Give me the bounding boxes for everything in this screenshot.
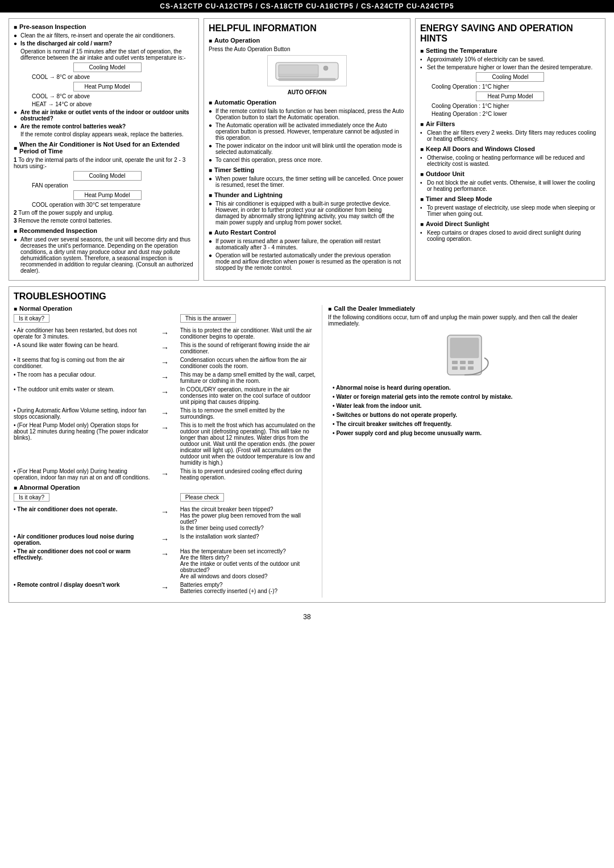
svg-rect-9 — [460, 361, 466, 364]
auto-op-title2: Automatic Operation — [209, 99, 405, 106]
arrow-icon: → — [150, 533, 180, 544]
temp-setting-section: Setting the Temperature ▪Approximately 1… — [420, 47, 600, 117]
normal-op-section: Normal Operation Is it okay? This is the… — [14, 305, 316, 481]
abnormal-op-section: Abnormal Operation Is it okay? Please ch… — [14, 484, 316, 594]
svg-rect-8 — [452, 361, 458, 364]
arrow-icon: → — [150, 506, 180, 516]
arrow-icon: → — [150, 422, 180, 432]
energy-hp-box: Heat Pump Model — [476, 91, 544, 101]
arrow-icon: → — [150, 548, 180, 558]
when-ac-not-used-section: When the Air Conditioner is Not Used for… — [14, 141, 194, 224]
table-row: • The air conditioner does not cool or w… — [14, 548, 316, 579]
arrow-icon: → — [150, 407, 180, 418]
left-panel: Pre-season Inspection ● Clean the air fi… — [9, 18, 199, 281]
list-item: • Water or foreign material gets into th… — [328, 394, 600, 400]
pre-season-title: Pre-season Inspection — [14, 23, 194, 30]
trouble-q: • It seems that fog is coming out from t… — [14, 357, 150, 369]
normal-op-title: Normal Operation — [14, 305, 316, 312]
table-row: • Air conditioner produces loud noise du… — [14, 533, 316, 546]
trouble-q: • The air conditioner does not cool or w… — [14, 548, 150, 561]
table-row: • A sound like water flowing can be hear… — [14, 342, 316, 354]
trouble-a: Batteries empty?Batteries correctly inse… — [180, 582, 316, 594]
trouble-q: • (For Heat Pump Model only) During heat… — [14, 468, 150, 481]
table-row: • During Automatic Airflow Volume settin… — [14, 407, 316, 420]
s1-bullet2-title: ● Is the discharged air cold / warm? — [14, 40, 194, 47]
outdoor-unit-section: Outdoor Unit ▪Do not block the air outle… — [420, 170, 600, 192]
trouble-q: • During Automatic Airflow Volume settin… — [14, 407, 150, 420]
trouble-q: • A sound like water flowing can be hear… — [14, 342, 150, 348]
cooling-model-box1: Cooling Model — [73, 62, 142, 72]
thunder-section: Thunder and Lightning ●This air conditio… — [209, 191, 405, 226]
call-dealer-section: Call the Dealer Immediately If the follo… — [322, 305, 600, 598]
auto-op-title: Auto Operation — [209, 37, 405, 44]
heat-pump-model-box1: Heat Pump Model — [73, 82, 142, 91]
outdoor-title: Outdoor Unit — [420, 170, 600, 177]
table-row: • The air conditioner does not operate. … — [14, 506, 316, 531]
is-it-okay-label2: Is it okay? — [14, 493, 49, 502]
energy-panel: ENERGY SAVING AND OPERATION HINTS Settin… — [415, 18, 605, 281]
table-row: • (For Heat Pump Model only) Operation s… — [14, 422, 316, 466]
trouble-a: Has the circuit breaker been tripped?Has… — [180, 506, 316, 531]
auto-operation-section: Auto Operation Press the Auto Operation … — [209, 37, 405, 95]
temp-title: Setting the Temperature — [420, 47, 600, 54]
page-number: 38 — [9, 608, 605, 625]
table-row: • The outdoor unit emits water or steam.… — [14, 386, 316, 405]
when-not-used-title: When the Air Conditioner is Not Used for… — [14, 141, 194, 155]
arrow-icon: → — [150, 386, 180, 397]
trouble-q: • The outdoor unit emits water or steam. — [14, 386, 150, 393]
list-item: • Power supply cord and plug become unus… — [328, 430, 600, 436]
trouble-q: • The room has a peculiar odour. — [14, 372, 150, 378]
troubleshoot-title: TROUBLESHOOTING — [14, 291, 600, 302]
call-intro: If the following conditions occur, turn … — [328, 314, 600, 327]
trouble-left-col: Normal Operation Is it okay? This is the… — [14, 305, 316, 598]
table-row: • The room has a peculiar odour. → This … — [14, 372, 316, 384]
svg-point-2 — [323, 66, 328, 70]
trouble-a: Has the temperature been set incorrectly… — [180, 548, 316, 579]
auto-restart-section: Auto Restart Control ●If power is resume… — [209, 229, 405, 271]
cooling-model-box2: Cooling Model — [73, 171, 142, 181]
helpful-panel: HELPFUL INFORMATION Auto Operation Press… — [204, 18, 410, 281]
recommended-inspection-section: Recommended Inspection ● After used over… — [14, 227, 194, 274]
s1-b2-body: Operation is normal if 15 minutes after … — [20, 48, 194, 107]
s1-bullet3: ● Are the air intake or outlet vents of … — [14, 109, 194, 122]
arrow-icon: → — [150, 327, 180, 337]
doors-windows-section: Keep All Doors and Windows Closed ▪Other… — [420, 145, 600, 167]
automatic-op-section: Automatic Operation ●If the remote contr… — [209, 99, 405, 163]
timer-setting-section: Timer Setting ●When power failure occurs… — [209, 166, 405, 188]
timer-sleep-section: Timer and Sleep Mode ▪To prevent wastage… — [420, 195, 600, 217]
svg-rect-13 — [468, 366, 474, 370]
trouble-a: Is the installation work slanted? — [180, 533, 316, 540]
arrow-icon: → — [150, 468, 180, 478]
heat-pump-model-box2: Heat Pump Model — [73, 190, 142, 200]
list-item: • Switches or buttons do not operate pro… — [328, 412, 600, 418]
sunlight-section: Avoid Direct Sunlight ▪Keep curtains or … — [420, 220, 600, 242]
please-check-label: Please check — [180, 493, 224, 502]
trouble-q: • The air conditioner does not operate. — [14, 506, 150, 512]
trouble-a: This is to protect the air conditioner. … — [180, 327, 316, 340]
abnormal-rows: • The air conditioner does not operate. … — [14, 506, 316, 594]
troubleshoot-section: TROUBLESHOOTING Normal Operation Is it o… — [9, 286, 605, 603]
energy-title: ENERGY SAVING AND OPERATION HINTS — [420, 23, 600, 44]
svg-rect-7 — [450, 338, 479, 358]
table-row: • Air conditioner has been restarted, bu… — [14, 327, 316, 340]
this-is-answer-label: This is the answer — [180, 314, 237, 323]
svg-rect-1 — [279, 65, 318, 77]
energy-cooling-box: Cooling Model — [476, 72, 544, 82]
normal-rows: • Air conditioner has been restarted, bu… — [14, 327, 316, 481]
auto-off-label: AUTO OFF/ON — [209, 89, 405, 95]
ac-image — [267, 55, 347, 86]
list-item: • Water leak from the indoor unit. — [328, 403, 600, 409]
s1-bullet4: ● Are the remote control batteries weak? — [14, 123, 194, 130]
arrow-icon: → — [150, 342, 180, 352]
call-items: • Abnormal noise is heard during operati… — [328, 385, 600, 436]
arrow-icon: → — [150, 582, 180, 592]
helpful-title: HELPFUL INFORMATION — [209, 23, 405, 34]
trouble-q: • Air conditioner produces loud noise du… — [14, 533, 150, 546]
recommended-title: Recommended Inspection — [14, 227, 194, 234]
is-it-okay-label: Is it okay? — [14, 314, 49, 323]
trouble-a: This may be a damp smell emitted by the … — [180, 372, 316, 384]
arrow-icon: → — [150, 357, 180, 367]
arrow-icon: → — [150, 372, 180, 382]
air-filters-title: Air Filters — [420, 120, 600, 127]
svg-rect-10 — [468, 361, 474, 364]
